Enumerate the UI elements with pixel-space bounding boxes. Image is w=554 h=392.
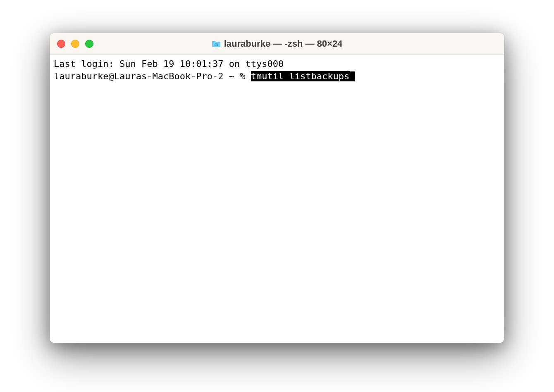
minimize-button[interactable] bbox=[71, 40, 79, 48]
last-login-line: Last login: Sun Feb 19 10:01:37 on ttys0… bbox=[54, 58, 500, 70]
home-folder-icon bbox=[212, 40, 221, 48]
terminal-window: lauraburke — -zsh — 80×24 Last login: Su… bbox=[50, 33, 504, 343]
terminal-body[interactable]: Last login: Sun Feb 19 10:01:37 on ttys0… bbox=[50, 55, 504, 343]
title-wrap: lauraburke — -zsh — 80×24 bbox=[50, 38, 504, 49]
titlebar[interactable]: lauraburke — -zsh — 80×24 bbox=[50, 33, 504, 55]
shell-prompt: lauraburke@Lauras-MacBook-Pro-2 ~ % bbox=[54, 71, 251, 81]
typed-command[interactable]: tmutil listbackups bbox=[251, 71, 350, 81]
traffic-lights bbox=[57, 40, 93, 48]
close-button[interactable] bbox=[57, 40, 65, 48]
prompt-line: lauraburke@Lauras-MacBook-Pro-2 ~ % tmut… bbox=[54, 70, 500, 83]
cursor bbox=[349, 71, 355, 81]
zoom-button[interactable] bbox=[85, 40, 93, 48]
window-title: lauraburke — -zsh — 80×24 bbox=[224, 38, 343, 49]
